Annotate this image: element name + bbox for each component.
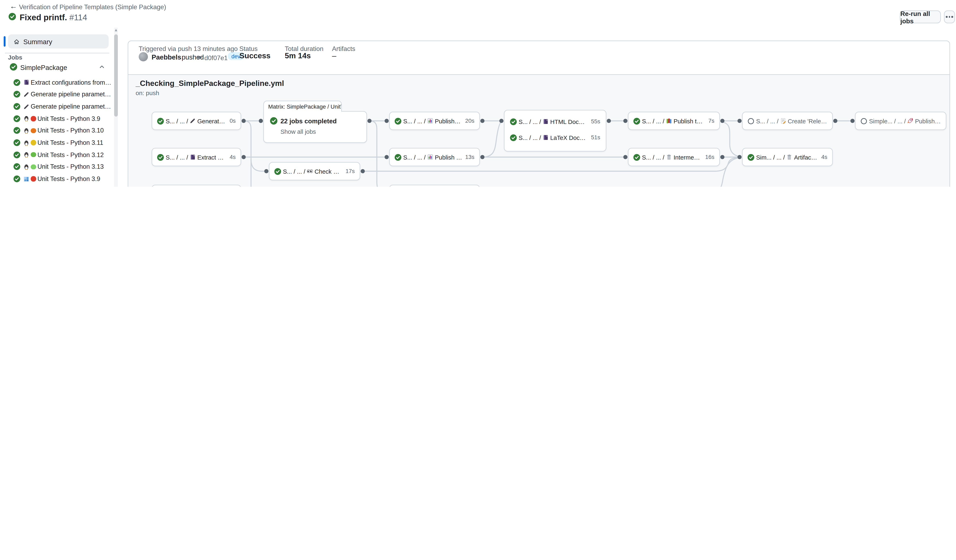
penguin-icon <box>23 116 29 122</box>
check-circle-icon <box>14 103 20 110</box>
node-prefix: Sim... / ... / <box>756 154 785 160</box>
node-name: Publish to PyPI <box>915 118 941 124</box>
matrix-card[interactable]: 22 jobs completed Show all jobs <box>263 111 367 143</box>
sidebar-item-unit-tests-python-3.9-3[interactable]: Unit Tests - Python 3.9 <box>14 113 112 125</box>
dot-yellow-icon <box>31 140 36 146</box>
rocket-icon <box>907 118 914 124</box>
check-circle-icon <box>14 176 20 182</box>
node-name: Publish Test Re... <box>435 154 462 160</box>
selected-indicator <box>4 36 6 47</box>
graph-node-html-docume...[interactable]: S... / ... /HTML Docume...55s <box>505 113 606 129</box>
job-label: Generate pipeline parameters <box>31 103 112 110</box>
windows-icon <box>23 176 29 182</box>
kebab-icon <box>946 16 953 18</box>
job-label: Unit Tests - Python 3.9 <box>38 176 112 182</box>
home-icon <box>14 38 20 45</box>
dot-green2-icon <box>31 164 36 169</box>
node-duration: 51s <box>591 134 600 141</box>
artifacts-label: Artifacts <box>332 45 355 52</box>
node-name: Check Static Ty... <box>314 168 343 175</box>
books-icon <box>666 118 672 124</box>
chevron-up-icon[interactable] <box>99 64 105 70</box>
check-circle-icon <box>274 168 281 175</box>
check-circle-icon <box>14 115 20 122</box>
graph-node-generate-pipelin...[interactable]: S... / ... /Generate pipelin...0s <box>152 112 241 130</box>
node-prefix: Simple... / ... / <box>869 118 906 124</box>
penguin-icon <box>23 128 29 134</box>
rerun-all-jobs-button[interactable]: Re-run all jobs <box>900 11 941 23</box>
run-title-text: Fixed printf. <box>20 13 67 22</box>
graph-node-create-release-pa...[interactable]: S... / ... /Create 'Release Pa... <box>742 112 833 130</box>
workflow-name: SimplePackage <box>20 64 67 71</box>
sidebar-scrollbar-thumb[interactable] <box>114 35 118 116</box>
sidebar-item-summary[interactable] <box>8 35 108 49</box>
job-label: Unit Tests - Python 3.11 <box>38 139 112 146</box>
graph-node-publish-code-c...[interactable]: S... / ... /Publish Code C...20s <box>389 112 480 130</box>
sidebar-item-unit-tests-python-3.11-5[interactable]: Unit Tests - Python 3.11 <box>14 136 112 149</box>
workflow-check-icon <box>10 63 17 71</box>
sidebar-item-unit-tests-python-3.13-7[interactable]: Unit Tests - Python 3.13 <box>14 161 112 173</box>
book-icon <box>23 79 29 85</box>
graph-node-extract-configur...[interactable]: S... / ... /Extract configur...4s <box>152 148 241 166</box>
graph-node-artifact-cleanup[interactable]: Sim... / ... /Artifact Cleanup4s <box>742 148 833 166</box>
node-prefix: S... / ... / <box>403 154 426 160</box>
graph-node-check-static-ty...[interactable]: S... / ... /Check Static Ty...17s <box>269 162 360 180</box>
duration-label: Total duration <box>285 45 324 52</box>
dot-orange-icon <box>31 128 36 133</box>
check-circle-icon <box>14 79 20 86</box>
node-prefix: S... / ... / <box>642 154 664 160</box>
pen-icon <box>23 104 29 110</box>
actor-name[interactable]: Paebbels <box>152 53 181 61</box>
commit-icon <box>196 54 203 61</box>
graph-node-package-in-sou...[interactable]: S... / ... /Package in Sou...18s <box>389 185 480 187</box>
matrix-jobs-completed: 22 jobs completed <box>280 117 337 125</box>
penguin-icon <box>23 140 29 146</box>
sidebar-item-extract-configurations-from-p...-0[interactable]: Extract configurations from p... <box>14 77 112 89</box>
breadcrumb[interactable]: Verification of Pipeline Templates (Simp… <box>19 3 166 11</box>
graph-node-latex-docume...[interactable]: S... / ... /LaTeX Docume...51s <box>505 129 606 146</box>
node-prefix: S... / ... / <box>642 118 664 124</box>
trash-icon <box>666 154 672 160</box>
check-circle-icon <box>634 118 640 124</box>
sidebar-item-generate-pipeline-parameters-2[interactable]: Generate pipeline parameters <box>14 100 112 113</box>
node-name: Publish to GH-P... <box>673 118 705 124</box>
scrollbar-up-arrow[interactable] <box>115 29 117 31</box>
graph-node-intermediate-a...[interactable]: S... / ... /Intermediate A...16s <box>628 148 720 166</box>
sidebar-item-unit-tests-python-3.10-4[interactable]: Unit Tests - Python 3.10 <box>14 125 112 136</box>
graph-node-generate-pipelin...[interactable]: S... / ... /Generate pipelin...0s <box>152 185 241 187</box>
node-name: LaTeX Docume... <box>550 134 588 141</box>
matrix-tab[interactable]: Matrix: SimplePackage / UnitTest... <box>263 100 342 112</box>
matrix-summary-row: 22 jobs completed <box>270 117 337 125</box>
node-name: Artifact Cleanup <box>794 154 818 160</box>
skipped-icon <box>860 118 867 124</box>
workflow-run-page: ← Verification of Pipeline Templates (Si… <box>0 0 956 187</box>
sidebar-item-unit-tests-python-3.9-8[interactable]: Unit Tests - Python 3.9 <box>14 173 112 185</box>
node-duration: 7s <box>708 118 714 124</box>
graph-node-publish-to-gh-p...[interactable]: S... / ... /Publish to GH-P...7s <box>628 112 720 130</box>
node-prefix: S... / ... / <box>283 168 305 175</box>
sidebar-item-generate-pipeline-parameters-1[interactable]: Generate pipeline parameters <box>14 88 112 100</box>
page-title: Fixed printf. #114 <box>20 13 87 22</box>
graph-node-publish-to-pypi[interactable]: Simple... / ... /Publish to PyPI <box>855 112 947 130</box>
chart-icon <box>427 154 433 160</box>
back-arrow-icon[interactable]: ← <box>10 2 17 11</box>
book-icon <box>542 118 549 125</box>
run-menu-kebab-button[interactable] <box>944 11 955 23</box>
node-duration: 4s <box>230 154 236 160</box>
sidebar-item-unit-tests-python-3.10-9[interactable]: Unit Tests - Python 3.10 <box>14 185 112 187</box>
check-circle-icon <box>634 154 640 160</box>
check-circle-icon <box>14 151 20 158</box>
check-circle-icon <box>510 118 517 125</box>
sidebar-item-unit-tests-python-3.12-6[interactable]: Unit Tests - Python 3.12 <box>14 149 112 161</box>
avatar[interactable] <box>139 52 148 61</box>
node-prefix: S... / ... / <box>756 118 778 124</box>
graph-node-publish-test-re...[interactable]: S... / ... /Publish Test Re...13s <box>389 148 480 166</box>
artifacts-value: – <box>332 52 336 60</box>
graph-group-docs: S... / ... /HTML Docume...55sS... / ... … <box>504 110 606 152</box>
node-prefix: S... / ... / <box>166 154 188 160</box>
check-circle-icon <box>14 163 20 170</box>
commit-sha[interactable]: d0f07e1 <box>204 54 228 61</box>
show-all-jobs-link[interactable]: Show all jobs <box>280 128 316 135</box>
status-value: Success <box>239 52 270 60</box>
node-prefix: S... / ... / <box>403 118 426 124</box>
